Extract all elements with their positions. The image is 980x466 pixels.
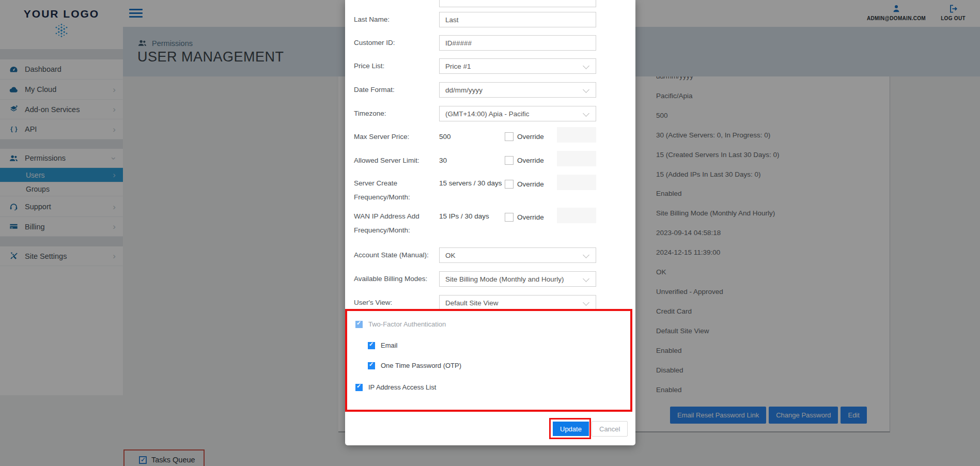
field-label: Timezone:	[354, 110, 386, 117]
price-list-select[interactable]: Price #1	[439, 58, 596, 74]
email-2fa-label: Email	[381, 341, 398, 349]
override-input-disabled	[557, 151, 596, 166]
max-server-price-value: 500	[439, 133, 451, 141]
override-checkbox[interactable]	[505, 180, 514, 189]
two-factor-auth-label: Two-Factor Authentication	[368, 320, 446, 328]
field-label: Frequency/Month:	[354, 193, 410, 201]
partial-top-input[interactable]	[439, 0, 596, 7]
account-state-select[interactable]: OK	[439, 247, 596, 263]
server-create-frequency-value: 15 servers / 30 days	[439, 179, 502, 187]
two-factor-auth-row: Two-Factor Authentication	[355, 320, 446, 328]
field-label: Available Billing Modes:	[354, 275, 427, 283]
edit-user-modal: Last Name: Customer ID: Price List: Pric…	[345, 0, 635, 445]
override-label: Override	[517, 213, 544, 221]
field-label: Server Create	[354, 179, 397, 187]
billing-modes-select[interactable]: Site Billing Mode (Monthly and Hourly)	[439, 271, 596, 287]
override-label: Override	[517, 157, 544, 164]
ip-access-list-label: IP Address Access List	[368, 383, 436, 391]
update-button[interactable]: Update	[553, 422, 589, 436]
otp-2fa-checkbox[interactable]	[368, 362, 375, 369]
customer-id-input[interactable]	[439, 35, 596, 51]
override-input-disabled	[557, 175, 596, 190]
field-label: Account State (Manual):	[354, 251, 429, 259]
override-label: Override	[517, 133, 544, 141]
field-label: Price List:	[354, 62, 384, 70]
cancel-button[interactable]: Cancel	[592, 421, 628, 437]
field-label: Customer ID:	[354, 39, 395, 46]
field-label: Date Format:	[354, 86, 395, 94]
ip-access-list-checkbox[interactable]	[355, 384, 363, 391]
wan-ip-frequency-value: 15 IPs / 30 days	[439, 212, 489, 220]
field-label: Last Name:	[354, 15, 390, 23]
allowed-server-limit-value: 30	[439, 157, 447, 164]
otp-2fa-label: One Time Password (OTP)	[381, 362, 461, 369]
field-label: Frequency/Month:	[354, 226, 410, 234]
field-label: WAN IP Address Add	[354, 212, 419, 220]
email-2fa-checkbox[interactable]	[368, 342, 375, 349]
override-checkbox[interactable]	[505, 213, 514, 222]
field-label: User's View:	[354, 299, 392, 306]
field-label: Max Server Price:	[354, 133, 409, 141]
override-checkbox[interactable]	[505, 132, 514, 141]
users-view-select[interactable]: Default Site View	[439, 295, 596, 310]
timezone-select[interactable]: (GMT+14:00) Apia - Pacific	[439, 106, 596, 121]
override-checkbox[interactable]	[505, 156, 514, 165]
ip-access-list-row: IP Address Access List	[355, 383, 436, 391]
email-2fa-row: Email	[368, 341, 398, 349]
override-input-disabled	[557, 127, 596, 143]
override-label: Override	[517, 180, 544, 188]
last-name-input[interactable]	[439, 12, 596, 27]
override-input-disabled	[557, 208, 596, 223]
field-label: Allowed Server Limit:	[354, 157, 419, 164]
otp-2fa-row: One Time Password (OTP)	[368, 362, 461, 369]
two-factor-auth-checkbox[interactable]	[355, 321, 363, 328]
date-format-select[interactable]: dd/mm/yyyy	[439, 82, 596, 98]
